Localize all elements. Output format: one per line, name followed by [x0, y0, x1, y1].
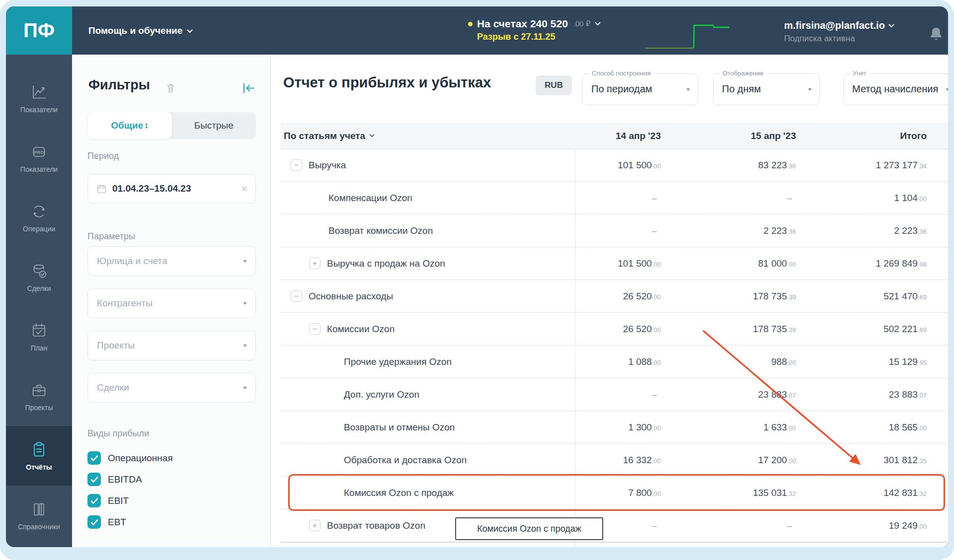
- table-row[interactable]: Возвраты и отмены Ozon1 300.001 633.0018…: [281, 411, 948, 444]
- row-value: 23 883.07: [796, 389, 927, 400]
- chart-icon: [30, 83, 48, 101]
- tab-quick[interactable]: Быстрые: [172, 112, 256, 139]
- row-name: Комиссия Ozon с продаж: [281, 488, 565, 498]
- report-select-2[interactable]: Отображение По дням: [713, 73, 820, 105]
- pro-icon: PRO: [30, 143, 48, 161]
- user-menu[interactable]: m.firsina@planfact.io Подписка активна: [784, 20, 894, 44]
- row-value: –: [565, 193, 661, 204]
- sidebar-item-label: Отчёты: [26, 463, 52, 471]
- expand-row-icon[interactable]: +: [309, 520, 320, 531]
- row-value: 502 221.69: [796, 324, 927, 335]
- row-value: 19 249.00: [796, 520, 927, 531]
- clear-filters-trash-icon[interactable]: [165, 82, 176, 93]
- table-row[interactable]: −Комиссии Ozon26 520.00178 735.39502 221…: [281, 313, 948, 346]
- report-select-1[interactable]: Способ построения По периодам: [582, 73, 698, 105]
- collapse-row-icon[interactable]: −: [291, 290, 302, 302]
- checkbox-checked[interactable]: [87, 494, 101, 507]
- sidebar-item-Показатели[interactable]: Показатели: [6, 69, 72, 128]
- accounts-balance[interactable]: На счетах 240 520 .00 ₽ Разрыв с 27.11.2…: [468, 18, 601, 42]
- row-name: −Основные расходы: [281, 290, 565, 302]
- checkbox-checked[interactable]: [87, 451, 101, 465]
- profit-type-EBITDA[interactable]: EBITDA: [87, 473, 173, 486]
- help-menu[interactable]: Помощь и обучение: [88, 6, 193, 55]
- row-value: 101 500.00: [565, 160, 661, 171]
- notifications-bell-icon[interactable]: [927, 24, 945, 44]
- table-row[interactable]: Доп. услуги Ozon–23 883.0723 883.07: [281, 378, 948, 411]
- calendar-icon: [96, 184, 107, 194]
- collapse-row-icon[interactable]: −: [291, 159, 302, 171]
- row-value: 16 332.00: [565, 455, 661, 466]
- row-name: Обработка и доставка Ozon: [281, 455, 565, 466]
- page-title: Отчет о прибылях и убытках: [283, 74, 491, 91]
- sidebar-item-Проекты[interactable]: Проекты: [6, 366, 72, 426]
- row-value: 18 565.00: [796, 422, 927, 433]
- row-value: 15 129.95: [796, 356, 927, 367]
- sidebar-item-Сделки[interactable]: Сделки: [6, 247, 72, 307]
- row-name: +Выручка с продаж на Ozon: [281, 258, 565, 269]
- briefcase-icon: [30, 381, 48, 399]
- profit-type-EBT[interactable]: EBT: [87, 515, 173, 529]
- table-row[interactable]: Прочие удержания Ozon1 088.00988.0015 12…: [281, 346, 948, 378]
- row-value: 1 269 849.98: [796, 258, 927, 269]
- table-row[interactable]: Прибыль до налогов (EBT): [281, 542, 948, 547]
- svg-text:PRO: PRO: [34, 149, 44, 154]
- clear-period-icon[interactable]: ✕: [241, 184, 248, 194]
- report-select-3[interactable]: Учет Метод начисления: [843, 73, 948, 105]
- group-by-select[interactable]: По статьям учета: [281, 131, 565, 141]
- row-value: 23 883.07: [661, 389, 796, 400]
- table-row[interactable]: Возврат комиссии Ozon–2 223.362 223.36: [281, 214, 948, 247]
- chevron-down-icon: [888, 24, 894, 28]
- plan-icon: [30, 322, 48, 340]
- table-row[interactable]: Комиссия Ozon с продаж7 800.00135 031.32…: [281, 477, 948, 509]
- books-icon: [30, 500, 48, 518]
- sidebar-item-Справочники[interactable]: Справочники: [6, 486, 72, 545]
- row-name: Возврат комиссии Ozon: [281, 225, 565, 236]
- table-row[interactable]: −Основные расходы26 520.00178 735.39521 …: [281, 280, 948, 313]
- expand-row-icon[interactable]: +: [309, 258, 320, 269]
- sidebar-item-План[interactable]: План: [6, 307, 72, 366]
- sidebar-item-label: Показатели: [20, 165, 58, 173]
- sidebar-item-Отчёты[interactable]: Отчёты: [6, 426, 72, 486]
- column-header: Итого: [796, 131, 927, 141]
- table-row[interactable]: +Выручка с продаж на Ozon101 500.0081 00…: [281, 247, 948, 280]
- period-input[interactable]: 01.04.23–15.04.23 ✕: [87, 174, 256, 204]
- sidebar-item-Показатели[interactable]: PROПоказатели: [6, 128, 72, 188]
- collapse-panel-icon[interactable]: [242, 82, 255, 94]
- profit-type-Операционная[interactable]: Операционная: [87, 451, 173, 465]
- checkbox-checked[interactable]: [87, 473, 101, 486]
- app-window: ПФ Помощь и обучение На счетах 240 520 .…: [6, 6, 948, 547]
- filter-dropdown[interactable]: Контрагенты: [87, 288, 256, 318]
- sidebar-item-Операции[interactable]: Операции: [6, 188, 72, 247]
- row-value: 1 104.00: [796, 193, 927, 204]
- table-row[interactable]: Компенсации Ozon––1 104.00: [281, 182, 948, 214]
- table-row[interactable]: +Возврат товаров Ozon––19 249.00: [281, 509, 948, 542]
- row-value: 2 223.36: [796, 225, 927, 236]
- app-logo[interactable]: ПФ: [6, 6, 72, 55]
- chevron-down-icon: [686, 88, 690, 91]
- sidebar-item-label: Сделки: [27, 284, 51, 292]
- sidebar-item-label: План: [31, 344, 48, 352]
- row-name: −Выручка: [281, 159, 565, 171]
- filter-dropdown[interactable]: Сделки: [87, 373, 256, 403]
- table-row[interactable]: −Выручка101 500.0083 223.361 273 177.34: [281, 149, 948, 182]
- cash-gap-warning: Разрыв с 27.11.25: [477, 32, 601, 42]
- row-value: 1 273 177.34: [796, 160, 927, 171]
- currency-badge[interactable]: RUB: [536, 75, 572, 95]
- sidebar-item-extra[interactable]: [6, 545, 72, 547]
- filter-dropdown[interactable]: Проекты: [87, 331, 256, 360]
- table-header: По статьям учета 14 апр '2315 апр '23Ито…: [281, 123, 948, 149]
- row-value: 26 520.00: [565, 291, 661, 302]
- parameters-label: Параметры: [87, 231, 135, 242]
- profit-type-EBIT[interactable]: EBIT: [87, 494, 173, 507]
- tab-general[interactable]: Общие1: [87, 112, 172, 139]
- sidebar: ПоказателиPROПоказателиОперацииСделкиПла…: [6, 55, 72, 547]
- row-value: –: [565, 389, 661, 400]
- collapse-row-icon[interactable]: −: [309, 323, 320, 335]
- row-name: −Комиссии Ozon: [281, 323, 565, 335]
- chevron-down-icon: [243, 387, 247, 389]
- checkbox-checked[interactable]: [87, 515, 101, 529]
- row-value: 2 223.36: [661, 225, 796, 236]
- filter-dropdown[interactable]: Юрлица и счета: [87, 246, 256, 276]
- row-value: –: [661, 193, 796, 204]
- table-row[interactable]: Обработка и доставка Ozon16 332.0017 200…: [281, 444, 948, 477]
